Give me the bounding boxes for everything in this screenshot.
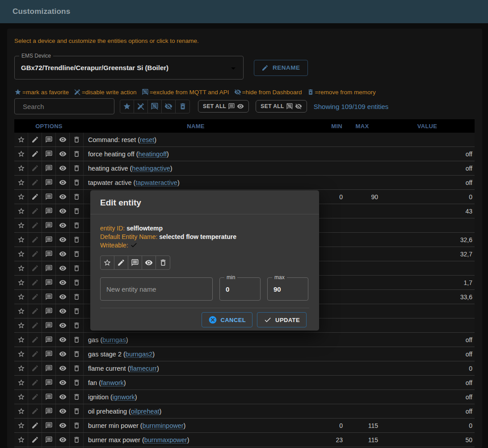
favorite-icon[interactable] bbox=[14, 333, 28, 347]
delete-icon[interactable] bbox=[70, 404, 84, 418]
favorite-icon[interactable] bbox=[14, 161, 28, 175]
mqtt-exclude-icon[interactable] bbox=[42, 290, 56, 304]
favorite-icon[interactable] bbox=[14, 390, 28, 404]
delete-icon[interactable] bbox=[70, 133, 84, 147]
favorite-icon[interactable] bbox=[14, 261, 28, 275]
mqtt-exclude-icon[interactable] bbox=[42, 318, 56, 332]
edit-icon[interactable] bbox=[28, 147, 42, 161]
mqtt-exclude-icon[interactable] bbox=[42, 304, 56, 318]
new-entity-name-input[interactable] bbox=[106, 285, 206, 293]
rename-button[interactable]: RENAME bbox=[254, 60, 308, 76]
entity-link[interactable]: burnminpower bbox=[143, 422, 184, 429]
edit-icon[interactable] bbox=[28, 133, 42, 147]
favorite-icon[interactable] bbox=[14, 176, 28, 189]
visibility-icon[interactable] bbox=[56, 176, 70, 189]
visibility-icon[interactable] bbox=[56, 218, 70, 232]
edit-icon[interactable] bbox=[28, 190, 42, 204]
write-toggle-button[interactable] bbox=[114, 256, 128, 269]
visibility-icon[interactable] bbox=[56, 233, 70, 247]
mqtt-exclude-icon[interactable] bbox=[42, 204, 56, 218]
edit-icon[interactable] bbox=[28, 261, 42, 275]
mqtt-exclude-icon[interactable] bbox=[42, 333, 56, 347]
mqtt-toggle-button[interactable] bbox=[128, 256, 142, 269]
edit-icon[interactable] bbox=[28, 304, 42, 318]
favorite-icon[interactable] bbox=[14, 318, 28, 332]
delete-icon[interactable] bbox=[70, 361, 84, 375]
edit-icon[interactable] bbox=[28, 204, 42, 218]
filter-remove-memory-button[interactable] bbox=[176, 100, 189, 113]
delete-icon[interactable] bbox=[70, 261, 84, 275]
entity-link[interactable]: heatingactive bbox=[132, 165, 170, 172]
delete-icon[interactable] bbox=[70, 290, 84, 304]
delete-icon[interactable] bbox=[70, 390, 84, 404]
visibility-icon[interactable] bbox=[56, 347, 70, 361]
favorite-icon[interactable] bbox=[14, 218, 28, 232]
delete-icon[interactable] bbox=[70, 419, 84, 432]
mqtt-exclude-icon[interactable] bbox=[42, 404, 56, 418]
edit-icon[interactable] bbox=[28, 376, 42, 389]
delete-icon[interactable] bbox=[70, 304, 84, 318]
entity-link[interactable]: reset bbox=[140, 136, 154, 143]
edit-icon[interactable] bbox=[28, 247, 42, 261]
favorite-icon[interactable] bbox=[14, 419, 28, 432]
edit-icon[interactable] bbox=[28, 419, 42, 432]
visibility-icon[interactable] bbox=[56, 404, 70, 418]
filter-exclude-mqtt-button[interactable] bbox=[148, 100, 162, 113]
visibility-icon[interactable] bbox=[56, 419, 70, 432]
visibility-icon[interactable] bbox=[56, 147, 70, 161]
delete-icon[interactable] bbox=[70, 147, 84, 161]
mqtt-exclude-icon[interactable] bbox=[42, 347, 56, 361]
delete-toggle-button[interactable] bbox=[156, 256, 170, 269]
delete-icon[interactable] bbox=[70, 176, 84, 189]
visibility-icon[interactable] bbox=[56, 261, 70, 275]
set-all-hide-button[interactable]: SET ALL bbox=[256, 100, 307, 113]
delete-icon[interactable] bbox=[70, 276, 84, 289]
visibility-icon[interactable] bbox=[56, 318, 70, 332]
search-field[interactable] bbox=[14, 98, 114, 114]
edit-icon[interactable] bbox=[28, 404, 42, 418]
favorite-icon[interactable] bbox=[14, 247, 28, 261]
max-input[interactable] bbox=[273, 285, 302, 293]
visibility-icon[interactable] bbox=[56, 247, 70, 261]
cancel-button[interactable]: CANCEL bbox=[202, 312, 253, 327]
favorite-icon[interactable] bbox=[14, 376, 28, 389]
visibility-icon[interactable] bbox=[56, 376, 70, 389]
favorite-icon[interactable] bbox=[14, 233, 28, 247]
update-button[interactable]: UPDATE bbox=[257, 312, 307, 327]
delete-icon[interactable] bbox=[70, 190, 84, 204]
edit-icon[interactable] bbox=[28, 161, 42, 175]
visibility-icon[interactable] bbox=[56, 361, 70, 375]
delete-icon[interactable] bbox=[70, 247, 84, 261]
visibility-icon[interactable] bbox=[56, 304, 70, 318]
edit-icon[interactable] bbox=[28, 433, 42, 447]
visibility-icon[interactable] bbox=[56, 161, 70, 175]
visibility-icon[interactable] bbox=[56, 133, 70, 147]
visibility-icon[interactable] bbox=[56, 433, 70, 447]
search-input[interactable] bbox=[23, 103, 112, 110]
delete-icon[interactable] bbox=[70, 376, 84, 389]
favorite-icon[interactable] bbox=[14, 147, 28, 161]
favorite-icon[interactable] bbox=[14, 204, 28, 218]
favorite-icon[interactable] bbox=[14, 433, 28, 447]
favorite-icon[interactable] bbox=[14, 290, 28, 304]
mqtt-exclude-icon[interactable] bbox=[42, 419, 56, 432]
edit-icon[interactable] bbox=[28, 176, 42, 189]
edit-icon[interactable] bbox=[28, 347, 42, 361]
filter-disable-write-button[interactable] bbox=[134, 100, 148, 113]
edit-icon[interactable] bbox=[28, 218, 42, 232]
delete-icon[interactable] bbox=[70, 333, 84, 347]
visibility-icon[interactable] bbox=[56, 333, 70, 347]
ems-device-select[interactable]: EMS Device GBx72/Trendline/Cerapur/Green… bbox=[14, 56, 244, 80]
visibility-toggle-button[interactable] bbox=[142, 256, 156, 269]
mqtt-exclude-icon[interactable] bbox=[42, 261, 56, 275]
mqtt-exclude-icon[interactable] bbox=[42, 247, 56, 261]
edit-icon[interactable] bbox=[28, 233, 42, 247]
edit-icon[interactable] bbox=[28, 361, 42, 375]
entity-link[interactable]: oilpreheat bbox=[131, 408, 160, 415]
favorite-icon[interactable] bbox=[14, 190, 28, 204]
mqtt-exclude-icon[interactable] bbox=[42, 276, 56, 289]
favorite-icon[interactable] bbox=[14, 347, 28, 361]
edit-icon[interactable] bbox=[28, 333, 42, 347]
favorite-icon[interactable] bbox=[14, 404, 28, 418]
favorite-icon[interactable] bbox=[14, 361, 28, 375]
